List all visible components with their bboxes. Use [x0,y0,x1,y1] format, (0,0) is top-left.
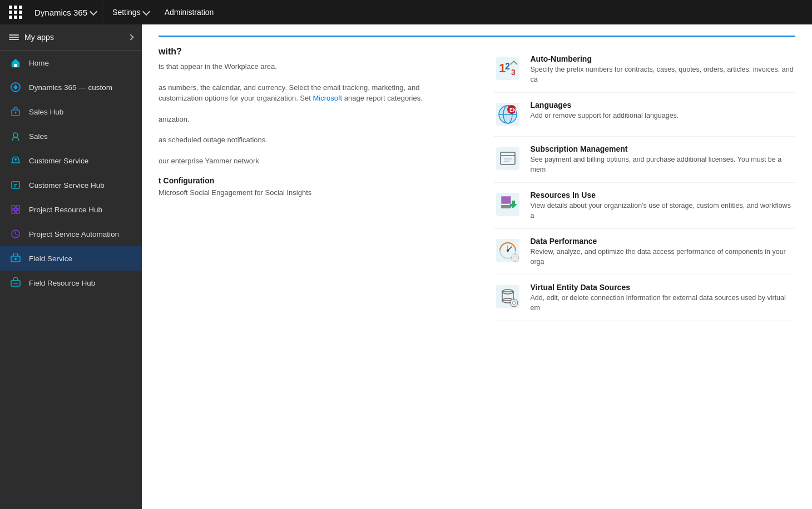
resources-in-use-title: Resources In Use [531,191,796,199]
card-subscription-management[interactable]: Subscription Management See payment and … [494,137,796,183]
app-name-label: Dynamics 365 [34,8,87,17]
main-content: with? ts that appear in the Workplace ar… [142,24,812,509]
svg-point-47 [513,256,517,260]
topbar-nav: Settings Administration [105,0,221,24]
svg-text:3: 3 [511,68,516,77]
sales-hub-icon [8,104,23,119]
sidebar-item-psa[interactable]: Project Service Automation ··· [0,222,142,246]
settings-label: Settings [112,8,141,17]
section1-desc: ts that appear in the Workplace area. [159,61,461,72]
home-icon [8,55,23,71]
administration-label: Administration [165,8,214,17]
svg-rect-38 [502,197,510,203]
data-performance-desc: Review, analyze, and optimize the data a… [531,247,796,267]
sidebar-item-sales-label: Sales [29,132,135,141]
section5-desc: our enterprise Yammer network [159,156,461,167]
sidebar-header[interactable]: My apps [0,24,142,51]
auto-numbering-title: Auto-Numbering [531,54,796,63]
sidebar-item-psa-label: Project Service Automation [29,230,135,238]
section6-heading: t Configuration [159,176,461,185]
svg-point-45 [507,249,509,252]
cards-column: 1 2 3 Auto-Numbering Specify the prefix … [494,47,796,321]
auto-numbering-text: Auto-Numbering Specify the prefix number… [531,54,796,84]
sidebar-item-saleshub[interactable]: Sales Hub ··· [0,99,142,124]
partial-heading: with? [159,47,461,57]
svg-point-3 [15,112,17,114]
sidebar-item-customerservice[interactable]: Customer Service ··· [0,148,142,173]
svg-point-5 [14,158,17,161]
topbar: Dynamics 365 Settings Administration [0,0,812,24]
sidebar-item-home-label: Home [29,59,135,67]
subscription-management-icon [494,144,522,172]
section2-link[interactable]: Microsoft [313,94,343,102]
resources-in-use-desc: View details about your organization's u… [531,201,796,221]
sidebar-item-projectresourcehub[interactable]: Project Resource Hub ··· [0,197,142,222]
resources-in-use-text: Resources In Use View details about your… [531,191,796,221]
data-performance-title: Data Performance [531,237,796,246]
sidebar-item-dynamics-label: Dynamics 365 — custom [29,83,135,92]
sales-icon [8,128,23,144]
sidebar-item-saleshub-label: Sales Hub [29,108,135,116]
resources-in-use-icon [494,191,522,218]
section2-desc: as numbers, the calendar, and currency. … [159,82,461,104]
data-performance-icon [494,237,522,265]
settings-chevron-icon [142,7,150,15]
card-auto-numbering[interactable]: 1 2 3 Auto-Numbering Specify the prefix … [494,47,796,93]
sidebar-item-customerservice-label: Customer Service [29,157,135,165]
sidebar-item-home[interactable]: Home ··· [0,51,142,75]
administration-nav-item[interactable]: Administration [157,0,222,24]
card-resources-in-use[interactable]: Resources In Use View details about your… [494,183,796,229]
section6-desc: Microsoft Social Engagement for Social I… [159,187,461,198]
svg-rect-39 [501,205,511,208]
virtual-entity-title: Virtual Entity Data Sources [531,283,796,292]
field-service-icon [8,251,23,266]
settings-nav-item[interactable]: Settings [105,0,157,24]
svg-rect-12 [16,210,19,213]
sidebar-item-fieldservice[interactable]: Field Service ··· [0,246,142,271]
virtual-entity-text: Virtual Entity Data Sources Add, edit, o… [531,283,796,313]
project-resource-hub-icon [8,202,23,217]
subscription-management-title: Subscription Management [531,144,796,153]
languages-desc: Add or remove support for additional lan… [531,111,679,121]
languages-icon: EN [494,101,522,128]
svg-rect-31 [496,147,519,170]
sidebar-item-sales[interactable]: Sales ··· [0,124,142,148]
svg-rect-11 [12,210,15,213]
svg-rect-6 [12,182,19,188]
card-languages[interactable]: EN Languages Add or remove support for a… [494,93,796,137]
my-apps-label: My apps [24,33,54,42]
sidebar-item-projectresourcehub-label: Project Resource Hub [29,206,135,214]
card-data-performance[interactable]: Data Performance Review, analyze, and op… [494,229,796,275]
waffle-button[interactable] [7,3,24,21]
svg-point-57 [512,301,516,305]
card-virtual-entity[interactable]: Virtual Entity Data Sources Add, edit, o… [494,275,796,321]
section4-desc: as scheduled outage notifications. [159,134,461,146]
virtual-entity-desc: Add, edit, or delete connection informat… [531,293,796,313]
languages-text: Languages Add or remove support for addi… [531,101,679,121]
top-divider [159,36,795,37]
sidebar-expand-icon [127,34,133,40]
sidebar-item-dynamics365custom[interactable]: Dynamics 365 — custom ··· [0,75,142,99]
svg-rect-9 [12,206,15,209]
svg-point-4 [13,133,18,137]
field-resource-hub-icon [8,275,23,291]
svg-text:2: 2 [505,62,510,71]
app-name-button[interactable]: Dynamics 365 [29,0,102,24]
languages-title: Languages [531,101,679,109]
auto-numbering-icon: 1 2 3 [494,54,522,82]
section2-desc-text2: anage report categories. [344,94,423,102]
sidebar-item-fieldservice-label: Field Service [29,255,135,263]
sidebar: My apps Home ··· Dynamics 365 — custom ·… [0,24,142,509]
sidebar-item-fieldresourcehub-label: Field Resource Hub [29,279,135,287]
auto-numbering-desc: Specify the prefix numbers for contracts… [531,65,796,84]
subscription-management-text: Subscription Management See payment and … [531,144,796,174]
svg-point-15 [14,258,17,260]
sidebar-item-customerservicehub[interactable]: Customer Service Hub ··· [0,173,142,197]
virtual-entity-icon [494,283,522,311]
section3-desc: anization. [159,114,461,125]
sidebar-item-fieldresourcehub[interactable]: Field Resource Hub ··· [0,271,142,295]
customer-service-hub-icon [8,177,23,193]
sidebar-item-customerservicehub-label: Customer Service Hub [29,181,135,189]
my-apps-button[interactable]: My apps [9,32,54,42]
customer-service-icon [8,153,23,168]
